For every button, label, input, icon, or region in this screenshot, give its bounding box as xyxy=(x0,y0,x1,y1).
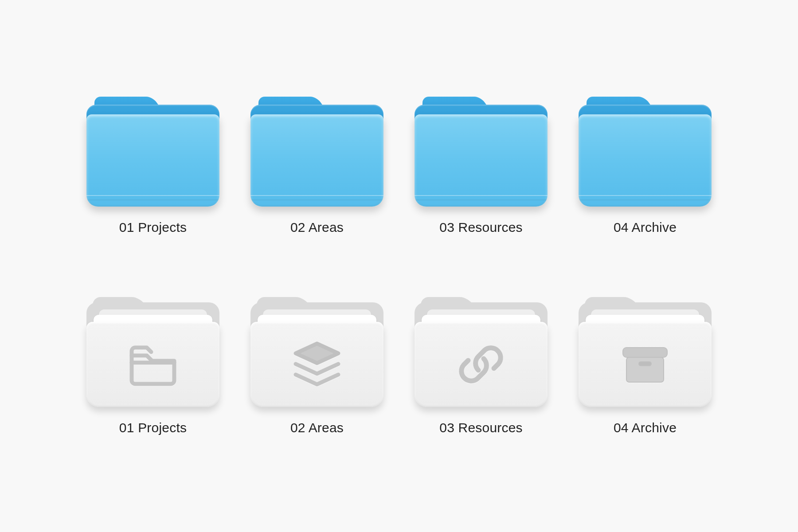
folder-label: 04 Archive xyxy=(614,220,677,235)
folder-item-projects[interactable]: 01 Projects xyxy=(86,97,219,235)
folder-row-blue: 01 Projects 02 Areas 03 Resources 04 Arc… xyxy=(86,97,712,235)
folder-outline-icon xyxy=(126,340,180,389)
svg-rect-4 xyxy=(639,362,651,366)
folder-label: 03 Resources xyxy=(439,220,523,235)
folder-label: 03 Resources xyxy=(439,420,523,435)
folder-item-resources[interactable]: 03 Resources xyxy=(415,97,548,235)
svg-marker-1 xyxy=(296,344,338,363)
folder-label: 01 Projects xyxy=(119,220,187,235)
folder-item-resources-light[interactable]: 03 Resources xyxy=(415,297,548,435)
stack-icon xyxy=(290,340,344,389)
folder-icon xyxy=(415,97,548,207)
folder-icon xyxy=(250,97,383,207)
folder-icon-light xyxy=(415,297,548,407)
svg-rect-2 xyxy=(623,348,667,357)
folder-label: 04 Archive xyxy=(614,420,677,435)
link-icon xyxy=(454,340,508,389)
folder-item-areas-light[interactable]: 02 Areas xyxy=(250,297,383,435)
folder-icon-light xyxy=(250,297,383,407)
folder-icon-light xyxy=(86,297,219,407)
folder-item-projects-light[interactable]: 01 Projects xyxy=(86,297,219,435)
folder-grid: 01 Projects 02 Areas 03 Resources 04 Arc… xyxy=(0,0,798,532)
folder-label: 02 Areas xyxy=(290,220,344,235)
folder-item-areas[interactable]: 02 Areas xyxy=(250,97,383,235)
folder-label: 01 Projects xyxy=(119,420,187,435)
folder-row-light: 01 Projects xyxy=(86,297,712,435)
folder-icon xyxy=(86,97,219,207)
folder-label: 02 Areas xyxy=(290,420,344,435)
folder-item-archive[interactable]: 04 Archive xyxy=(579,97,712,235)
folder-icon-light xyxy=(579,297,712,407)
svg-rect-3 xyxy=(626,357,664,382)
archive-box-icon xyxy=(618,340,672,389)
folder-item-archive-light[interactable]: 04 Archive xyxy=(579,297,712,435)
folder-icon xyxy=(579,97,712,207)
